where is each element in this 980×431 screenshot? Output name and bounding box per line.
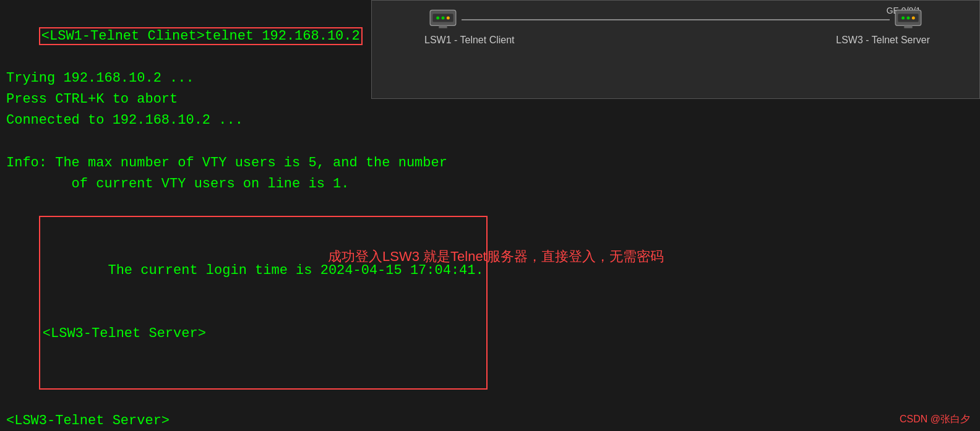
terminal-highlight-block: The current login time is 2024-04-15 17:… — [6, 195, 526, 411]
line-connector — [462, 19, 890, 20]
lsw3-label: LSW3 - Telnet Server — [836, 35, 930, 46]
svg-point-8 — [901, 16, 905, 19]
svg-rect-11 — [904, 25, 912, 28]
terminal-lsw3-prompt1: <LSW3-Telnet Server> — [43, 323, 484, 344]
lsw1-label: LSW1 - Telnet Client — [424, 35, 515, 46]
svg-point-3 — [442, 16, 445, 19]
terminal-blank-1 — [6, 132, 526, 153]
annotation-login-text: 成功登入LSW3 就是Telnet服务器，直接登入，无需密码 — [328, 249, 664, 264]
svg-point-2 — [436, 16, 439, 19]
terminal-line-4: Connected to 192.168.10.2 ... — [6, 110, 526, 131]
switch-lsw3-icon — [893, 7, 924, 32]
terminal-info1-l1: Info: The max number of VTY users is 5, … — [6, 153, 526, 174]
diagram-inner: GE 0/0/1 LSW1 - Telnet Client LSW3 - Tel… — [372, 1, 979, 98]
switch-lsw1-icon — [428, 7, 458, 32]
highlight-box-1: <LSW1-Telnet Clinet>telnet 192.168.10.2 — [39, 27, 363, 45]
diagram-area: GE 0/0/1 LSW1 - Telnet Client LSW3 - Tel… — [371, 0, 980, 99]
svg-point-4 — [447, 16, 450, 19]
terminal-info1-l2: of current VTY users on line is 1. — [6, 174, 526, 195]
annotation-login-overlay: 成功登入LSW3 就是Telnet服务器，直接登入，无需密码 — [328, 247, 664, 266]
svg-point-9 — [907, 16, 910, 19]
terminal-lsw3-p2: <LSW3-Telnet Server> — [6, 411, 526, 431]
watermark: CSDN @张白夕 — [900, 413, 970, 426]
svg-rect-5 — [439, 25, 447, 28]
svg-point-10 — [912, 16, 915, 19]
